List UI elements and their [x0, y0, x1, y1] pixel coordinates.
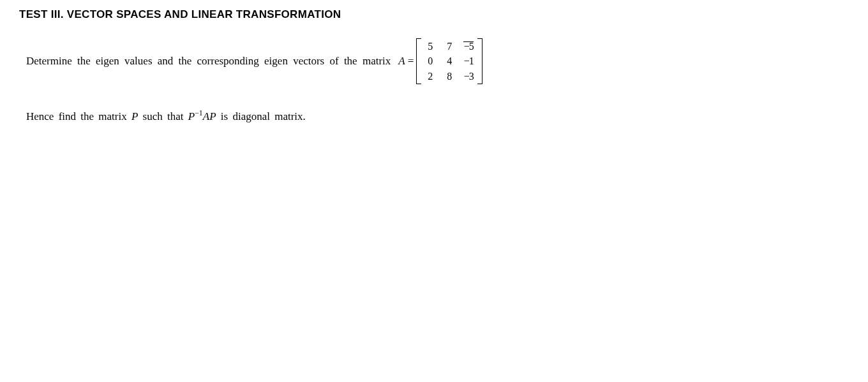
matrix-body: 5 7 −5 0 4 −1 2 8 −3	[421, 38, 477, 85]
equals-sign: =	[408, 53, 414, 70]
expr-inverse: −1	[195, 109, 203, 118]
matrix-cell: −5	[463, 41, 474, 52]
matrix-cell: 2	[425, 71, 435, 82]
diagonalization-expr: P−1AP	[188, 110, 216, 122]
matrix-cell: 5	[425, 41, 435, 52]
conclusion-text: Hence find the matrix P such that P−1AP …	[26, 108, 849, 125]
conclusion-mid: such that	[138, 110, 188, 122]
matrix-cell: −3	[463, 71, 474, 82]
conclusion-pre: Hence find the matrix	[26, 110, 131, 122]
left-bracket	[416, 38, 421, 85]
matrix-cell: 0	[425, 55, 435, 67]
matrix-cell: 7	[444, 41, 454, 52]
problem-statement: Determine the eigen values and the corre…	[26, 38, 849, 85]
matrix-cell: −1	[463, 55, 474, 67]
matrix: 5 7 −5 0 4 −1 2 8 −3	[416, 38, 483, 85]
matrix-cell: 8	[444, 71, 454, 82]
matrix-variable: A	[398, 53, 405, 70]
right-bracket	[477, 38, 483, 85]
matrix-P: P	[131, 110, 138, 122]
matrix-definition: A = 5 7 −5 0 4 −1 2 8 −3	[398, 38, 483, 85]
problem-text: Determine the eigen values and the corre…	[26, 53, 391, 70]
expr-P: P	[188, 110, 195, 122]
expr-AP: AP	[203, 110, 216, 122]
page-title: TEST III. VECTOR SPACES AND LINEAR TRANS…	[19, 6, 849, 23]
matrix-cell: 4	[444, 55, 454, 67]
conclusion-post: is diagonal matrix.	[216, 110, 306, 122]
